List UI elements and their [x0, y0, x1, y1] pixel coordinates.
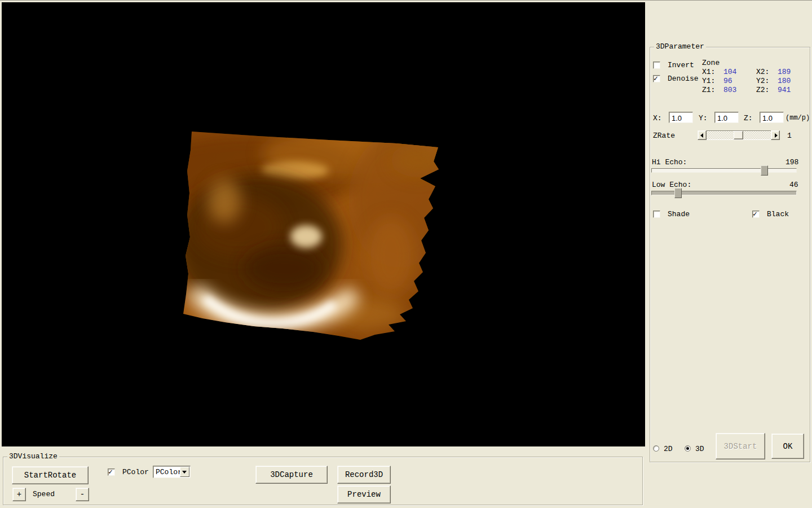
black-label: Black [767, 210, 789, 218]
chevron-down-icon[interactable] [180, 467, 189, 477]
start-rotate-button[interactable]: StartRotate [12, 466, 89, 484]
parameter-groupbox: 3DParameter Invert Denoise Zone X1: 104 … [650, 47, 810, 462]
zone-z2-value: 941 [778, 86, 791, 94]
scale-unit-label: (mm/p) [785, 114, 810, 122]
speed-plus-button[interactable]: + [12, 488, 26, 501]
invert-label: Invert [668, 61, 694, 69]
black-checkbox[interactable] [752, 211, 760, 218]
render-viewport[interactable] [2, 2, 645, 446]
zone-y1-value: 96 [723, 77, 732, 85]
low-echo-thumb[interactable] [674, 188, 682, 198]
hi-echo-thumb[interactable] [761, 165, 768, 176]
mode-2d-radio[interactable] [653, 445, 659, 452]
ultrasound-render [2, 2, 645, 446]
hi-echo-value: 198 [785, 158, 798, 167]
3dcapture-button[interactable]: 3DCapture [255, 466, 328, 484]
zone-x2-label: X2: [756, 68, 769, 76]
zone-x2-value: 189 [778, 68, 791, 76]
preview-button[interactable]: Preview [337, 485, 391, 503]
scale-z-input[interactable] [760, 112, 784, 123]
mode-3d-label: 3D [695, 445, 704, 453]
denoise-checkbox[interactable] [653, 75, 660, 82]
hi-echo-track[interactable] [651, 168, 797, 173]
speed-minus-button[interactable]: - [76, 488, 89, 501]
record3d-button[interactable]: Record3D [337, 466, 391, 484]
zone-y1-label: Y1: [702, 77, 715, 85]
pcolor-dropdown[interactable]: PColor [153, 466, 191, 478]
ok-button[interactable]: OK [771, 433, 804, 459]
low-echo-label: Low Echo: [652, 181, 691, 189]
pcolor-dropdown-value: PColor [156, 468, 182, 476]
visualize-title: 3DVisualize [7, 452, 59, 461]
zone-z1-value: 803 [723, 86, 736, 94]
invert-checkbox[interactable] [653, 62, 660, 69]
speed-label: Speed [33, 490, 55, 498]
mode-3d-radio[interactable] [685, 445, 691, 452]
zrate-track[interactable] [707, 130, 771, 140]
scale-x-input[interactable] [669, 112, 693, 123]
zrate-right-arrow[interactable] [771, 130, 780, 140]
shade-label: Shade [668, 210, 690, 218]
pcolor-label: PColor [122, 468, 149, 476]
visualize-groupbox: 3DVisualize StartRotate + Speed - PColor… [3, 457, 643, 505]
shade-checkbox[interactable] [653, 211, 660, 218]
zone-label: Zone [702, 59, 720, 67]
denoise-label: Denoise [668, 75, 699, 83]
zone-x1-value: 104 [723, 68, 736, 76]
hi-echo-label: Hi Echo: [652, 158, 687, 167]
zone-y2-value: 180 [778, 77, 791, 85]
pcolor-checkbox[interactable] [108, 468, 115, 476]
low-echo-track[interactable] [651, 191, 797, 195]
scale-z-label: Z: [744, 114, 753, 122]
zone-y2-label: Y2: [756, 77, 769, 85]
parameter-title: 3DParameter [654, 42, 706, 51]
zrate-value: 1 [787, 132, 792, 140]
scale-y-input[interactable] [714, 112, 739, 123]
zrate-scrollbar[interactable] [698, 130, 780, 140]
zone-x1-label: X1: [702, 68, 715, 76]
scale-x-label: X: [653, 114, 662, 122]
zone-z1-label: Z1: [702, 86, 715, 94]
zrate-left-arrow[interactable] [698, 130, 707, 140]
3dstart-button[interactable]: 3DStart [716, 433, 765, 459]
scale-y-label: Y: [699, 114, 708, 122]
low-echo-value: 46 [789, 181, 798, 189]
mode-2d-label: 2D [664, 445, 673, 453]
zrate-thumb[interactable] [734, 131, 743, 139]
zone-z2-label: Z2: [756, 86, 769, 94]
zrate-label: ZRate [653, 132, 675, 140]
